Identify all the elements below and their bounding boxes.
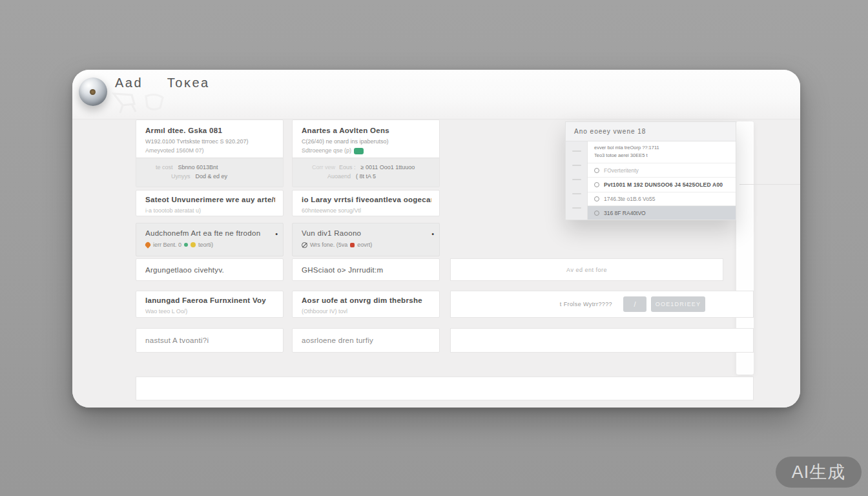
- token-card-l5[interactable]: Ianungad Faeroa Furnxinent Voy Wao teeo …: [136, 291, 284, 318]
- meta-prefix: Corr vew: [312, 164, 335, 170]
- status-text2: eovrt): [357, 242, 372, 248]
- window-header: Aad Toĸea: [72, 70, 800, 119]
- rail-tick: [572, 150, 581, 152]
- green-badge-icon: [354, 148, 364, 154]
- card-subtitle2: Sdtroeenge qse (p): [302, 147, 431, 154]
- avatar[interactable]: [79, 78, 107, 106]
- card-subtitle2-text: Sdtroeenge qse (p): [302, 147, 351, 154]
- dropdown-option-2[interactable]: FOverteritenty: [588, 163, 736, 178]
- option-label: 1746.3te o1B.6 Vo55: [604, 196, 655, 202]
- meta-value: Sbnno 6013Bnt: [178, 164, 218, 170]
- rail-tick: [572, 207, 581, 209]
- meta-value: Dod & ed ey: [196, 173, 228, 180]
- card-subtitle2: Ameyvoted 1560M 07): [145, 147, 275, 154]
- rail-tick: [572, 193, 581, 194]
- dropdown-header: Ano eoeey vwene 18: [566, 122, 736, 141]
- option-line2: Teo3 totoe aerei 30EE5 t: [594, 152, 730, 160]
- dropdown-option-4[interactable]: 1746.3te o1B.6 Vo55: [588, 192, 736, 206]
- status-text: ierr Bent. 0: [153, 242, 181, 248]
- token-card-m2[interactable]: io Laray vrrtsi fiveoantleva oogecamdilc…: [292, 190, 440, 216]
- rail-tick: [572, 179, 581, 180]
- status-line: Wrs fone. (5va eovrt): [302, 242, 431, 248]
- no-entry-icon: [302, 242, 307, 248]
- option-label: FOverteritenty: [604, 167, 639, 174]
- sketch-doodle-icon: [110, 91, 207, 119]
- meta-label: Uynyys: [171, 173, 191, 180]
- result-bar[interactable]: Av ed ent fore: [450, 258, 723, 281]
- card-subtitle: W192.0100 Tvrtskste ttrroec S 920.207): [145, 138, 275, 145]
- rail-tick: [572, 165, 581, 166]
- token-card-m6[interactable]: aosrloene dren turfiy: [292, 328, 440, 353]
- card-title: Sateot Unvunerimere wre auy arte/toroket…: [145, 195, 275, 205]
- meta-label: Auoaend: [327, 173, 351, 180]
- meta-value: ≥ 0011 Ooo1 1ttuuoo: [361, 164, 415, 170]
- option-line1: evver bol mla treOorp ??:1711: [594, 144, 730, 152]
- token-card-l4[interactable]: Argungetlaoo civehtyv.: [136, 258, 284, 281]
- card-title: GHSciaot o> Jnrrudit:m: [302, 265, 431, 275]
- card-bullet: •: [275, 230, 278, 238]
- status-card-m3[interactable]: Vun div1 Raoono Wrs fone. (5va eovrt) •: [292, 223, 440, 256]
- action-bar-text: t Frolse Wytrr????: [560, 301, 612, 307]
- action-bar: t Frolse Wytrr???? / OOE1DRIEEY: [450, 291, 754, 318]
- dropdown-option-3[interactable]: Pvt1001 M 192 DUNSOO6 J4 5425OLED A00: [588, 178, 736, 192]
- radio-circle-icon: [594, 168, 599, 173]
- token-card-l2[interactable]: Sateot Unvunerimere wre auy arte/toroket…: [136, 190, 284, 216]
- radio-circle-icon: [594, 211, 599, 216]
- card-bullet: •: [431, 230, 434, 238]
- meta-label: te cost: [156, 164, 173, 170]
- status-text2: teorti): [198, 242, 213, 248]
- card-title: Aosr uofe at onvrg dim thebrshe: [302, 296, 431, 305]
- card-title: Vun div1 Raoono: [302, 229, 431, 238]
- card-subtitle: i-a toootob ateratat u): [145, 207, 275, 214]
- token-card-m5[interactable]: Aosr uofe at onvrg dim thebrshe (Othboou…: [292, 291, 440, 318]
- result-bar-text: Av ed ent fore: [566, 267, 607, 273]
- option-label: Pvt1001 M 192 DUNSOO6 J4 5425OLED A00: [604, 181, 723, 188]
- dropdown-body: evver bol mla treOorp ??:1711 Teo3 totoe…: [566, 141, 736, 220]
- card-title: Ianungad Faeroa Furnxinent Voy: [145, 296, 275, 305]
- card-subtitle: (Othboour IV) tovl: [302, 308, 431, 315]
- card-title: Argungetlaoo civehtyv.: [145, 265, 275, 275]
- empty-bar-right[interactable]: [450, 328, 754, 353]
- desktop-background: Aad Toĸea Armıl dtee. Gska 081 W192.0100…: [0, 0, 868, 496]
- token-card-m1[interactable]: Anartes a Aovlten Oens C(26/40) ne onard…: [292, 119, 440, 187]
- red-mark-icon: [350, 243, 355, 247]
- token-card-l1[interactable]: Armıl dtee. Gska 081 W192.0100 Tvrtskste…: [136, 119, 284, 187]
- confirm-button[interactable]: OOE1DRIEEY: [651, 296, 705, 312]
- query-dropdown-panel: Ano eoeey vwene 18 evver bol mla treOorp…: [565, 121, 736, 220]
- card-title: Armıl dtee. Gska 081: [145, 126, 275, 136]
- yellow-dot-icon: [191, 242, 196, 247]
- panel-seam-divider: [739, 184, 800, 185]
- meta-label: Eous :: [339, 164, 356, 170]
- window-title: Aad Toĸea: [115, 76, 210, 90]
- card-title: nastsut A tvoanti?i: [145, 336, 275, 346]
- card-meta-section: Corr vewEous :≥ 0011 Ooo1 1ttuuoo Auoaen…: [293, 158, 439, 187]
- bottom-bar[interactable]: [136, 377, 754, 400]
- avatar-detail: [90, 89, 96, 95]
- meta-value: ( 8t tA 5: [356, 173, 376, 180]
- card-title: aosrloene dren turfiy: [302, 336, 431, 346]
- token-card-l6[interactable]: nastsut A tvoanti?i: [136, 328, 284, 353]
- card-title: io Laray vrrtsi fiveoantleva oogecamdilc: [302, 195, 431, 205]
- card-title: Anartes a Aovlten Oens: [302, 126, 431, 136]
- card-subtitle: 60hnteewnoe sorug/Vtl: [302, 207, 431, 214]
- status-card-l3[interactable]: Audchonefm Art ea fte ne ftrodon ierr Be…: [136, 223, 284, 256]
- option-label: 316 8F RA40tVO: [604, 210, 646, 216]
- slash-button[interactable]: /: [623, 296, 646, 312]
- card-subtitle: C(26/40) ne onard ins ipaberutso): [302, 138, 431, 145]
- flame-drop-icon: [144, 241, 151, 248]
- card-meta-section: te costSbnno 6013Bnt UynyysDod & ed ey: [136, 158, 283, 187]
- dropdown-option-1[interactable]: evver bol mla treOorp ??:1711 Teo3 totoe…: [588, 141, 736, 163]
- dropdown-left-rail: [566, 141, 588, 220]
- card-title: Audchonefm Art ea fte ne ftrodon: [145, 229, 275, 238]
- token-card-m4[interactable]: GHSciaot o> Jnrrudit:m: [292, 258, 440, 281]
- status-text: Wrs fone. (5va: [310, 242, 347, 248]
- radio-circle-icon: [594, 182, 599, 187]
- green-dot-icon: [184, 243, 188, 247]
- status-line: ierr Bent. 0 teorti): [145, 242, 275, 248]
- ai-generated-watermark: AI生成: [776, 457, 862, 488]
- card-subtitle: Wao teeo L Oo/): [145, 308, 275, 315]
- dropdown-option-5-selected[interactable]: 316 8F RA40tVO: [588, 206, 736, 220]
- add-token-window: Aad Toĸea Armıl dtee. Gska 081 W192.0100…: [72, 70, 800, 408]
- radio-circle-icon: [594, 196, 599, 202]
